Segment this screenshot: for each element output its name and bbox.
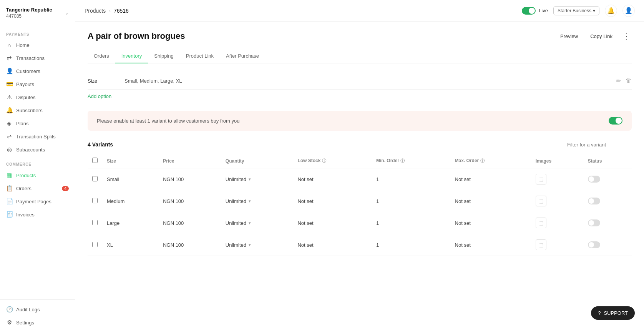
quantity-dropdown-icon[interactable]: ▾ — [249, 177, 251, 182]
row-max-order: Not set — [450, 234, 531, 256]
sidebar-item-label: Settings — [16, 320, 34, 326]
sidebar-item-home[interactable]: ⌂ Home — [0, 39, 75, 52]
tab-shipping[interactable]: Shipping — [148, 49, 180, 63]
sidebar-item-label: Subaccounts — [16, 147, 45, 153]
select-all-checkbox[interactable] — [92, 158, 98, 163]
sidebar-item-transaction-splits[interactable]: ⇌ Transaction Splits — [0, 130, 75, 143]
sidebar-item-payment-pages[interactable]: 📄 Payment Pages — [0, 195, 75, 208]
notifications-button[interactable]: 🔔 — [605, 5, 617, 17]
row-checkbox[interactable] — [92, 176, 98, 181]
sidebar-item-subaccounts[interactable]: ◎ Subaccounts — [0, 143, 75, 156]
sidebar-item-label: Plans — [16, 121, 29, 126]
row-images[interactable]: ⬚ — [531, 234, 583, 256]
quantity-dropdown-icon[interactable]: ▾ — [249, 199, 251, 204]
row-images[interactable]: ⬚ — [531, 190, 583, 212]
image-placeholder-icon[interactable]: ⬚ — [536, 239, 546, 250]
preview-button[interactable]: Preview — [556, 31, 582, 42]
row-quantity[interactable]: Unlimited ▾ — [221, 190, 293, 212]
sidebar-item-label: Transactions — [16, 55, 45, 61]
edit-option-icon[interactable]: ✏ — [616, 77, 621, 85]
tab-product-link[interactable]: Product Link — [180, 49, 220, 63]
sidebar-item-plans[interactable]: ◈ Plans — [0, 117, 75, 130]
variant-status-toggle[interactable] — [588, 241, 600, 248]
max-order-info-icon[interactable]: ⓘ — [480, 158, 485, 163]
row-checkbox-cell — [88, 234, 102, 256]
sidebar-item-orders[interactable]: 📋 Orders 4 — [0, 182, 75, 195]
col-status: Status — [583, 154, 632, 168]
row-status[interactable] — [583, 234, 632, 256]
row-checkbox[interactable] — [92, 242, 98, 247]
row-min-order: 1 — [372, 234, 450, 256]
plan-badge[interactable]: Starter Business ▾ — [553, 6, 599, 15]
products-icon: ▦ — [6, 172, 12, 179]
brand-switcher[interactable]: Tangerine Republic 447085 ⌄ — [0, 0, 75, 26]
row-size: Large — [102, 212, 158, 234]
more-options-button[interactable]: ⋮ — [621, 31, 632, 42]
user-avatar-button[interactable]: 👤 — [622, 5, 635, 17]
quantity-dropdown-icon[interactable]: ▾ — [249, 243, 251, 248]
min-order-info-icon[interactable]: ⓘ — [400, 158, 405, 163]
live-toggle[interactable]: Live — [522, 7, 548, 15]
tab-orders[interactable]: Orders — [88, 49, 115, 63]
sidebar-item-transactions[interactable]: ⇄ Transactions — [0, 52, 75, 65]
live-toggle-switch[interactable] — [522, 7, 536, 15]
sidebar-item-products[interactable]: ▦ Products — [0, 169, 75, 182]
col-size: Size — [102, 154, 158, 168]
page-header: A pair of brown brogues Preview Copy Lin… — [88, 31, 632, 42]
variant-status-toggle[interactable] — [588, 176, 600, 183]
banner-text: Please enable at least 1 variant to allo… — [97, 118, 239, 124]
tab-after-purchase[interactable]: After Purchase — [220, 49, 265, 63]
sidebar-item-customers[interactable]: 👤 Customers — [0, 65, 75, 78]
sidebar-item-audit-logs[interactable]: 🕐 Audit Logs — [0, 303, 75, 316]
add-option-button[interactable]: Add option — [88, 90, 632, 103]
option-row: Size Small, Medium, Large, XL ✏ 🗑 — [88, 73, 632, 90]
support-button[interactable]: ? SUPPORT — [591, 306, 635, 320]
disputes-icon: ⚠ — [6, 94, 12, 101]
row-checkbox[interactable] — [92, 198, 98, 203]
sidebar-item-label: Payment Pages — [16, 199, 51, 204]
support-label: SUPPORT — [604, 310, 628, 316]
table-row: Small NGN 100 Unlimited ▾ Not set 1 Not … — [88, 168, 632, 190]
row-quantity[interactable]: Unlimited ▾ — [221, 234, 293, 256]
quantity-dropdown-icon[interactable]: ▾ — [249, 221, 251, 226]
subaccounts-icon: ◎ — [6, 146, 12, 153]
sidebar-item-invoices[interactable]: 🧾 Invoices — [0, 208, 75, 221]
image-placeholder-icon[interactable]: ⬚ — [536, 218, 546, 228]
low-stock-info-icon[interactable]: ⓘ — [322, 158, 326, 163]
row-status[interactable] — [583, 212, 632, 234]
row-status[interactable] — [583, 168, 632, 190]
row-images[interactable]: ⬚ — [531, 212, 583, 234]
delete-option-icon[interactable]: 🗑 — [626, 77, 632, 85]
col-quantity: Quantity — [221, 154, 293, 168]
variant-status-toggle[interactable] — [588, 219, 600, 226]
breadcrumb-current: 76516 — [114, 8, 129, 14]
row-price: NGN 100 — [158, 190, 221, 212]
sidebar-item-payouts[interactable]: 💳 Payouts — [0, 78, 75, 91]
variants-header: 4 Variants — [88, 141, 632, 148]
row-images[interactable]: ⬚ — [531, 168, 583, 190]
image-placeholder-icon[interactable]: ⬚ — [536, 196, 546, 206]
copy-link-button[interactable]: Copy Link — [586, 31, 616, 42]
brand-chevron-icon: ⌄ — [65, 10, 69, 16]
row-quantity[interactable]: Unlimited ▾ — [221, 212, 293, 234]
row-checkbox[interactable] — [92, 220, 98, 225]
row-low-stock: Not set — [293, 168, 372, 190]
variant-status-toggle[interactable] — [588, 198, 600, 204]
sidebar-item-disputes[interactable]: ⚠ Disputes — [0, 91, 75, 104]
payouts-icon: 💳 — [6, 81, 12, 88]
row-checkbox-cell — [88, 212, 102, 234]
row-quantity[interactable]: Unlimited ▾ — [221, 168, 293, 190]
row-status[interactable] — [583, 190, 632, 212]
sidebar-item-label: Orders — [16, 186, 32, 191]
enable-variant-toggle[interactable] — [609, 117, 622, 125]
tabs: Orders Inventory Shipping Product Link A… — [88, 49, 632, 63]
filter-input[interactable] — [567, 142, 632, 148]
col-price: Price — [158, 154, 221, 168]
page-actions: Preview Copy Link ⋮ — [556, 31, 632, 42]
sidebar-item-subscribers[interactable]: 🔔 Subscribers — [0, 104, 75, 117]
image-placeholder-icon[interactable]: ⬚ — [536, 174, 546, 184]
breadcrumb-root[interactable]: Products — [85, 8, 106, 14]
sidebar-item-settings[interactable]: ⚙ Settings — [0, 316, 75, 329]
tab-inventory[interactable]: Inventory — [115, 49, 148, 63]
live-label: Live — [539, 8, 548, 13]
